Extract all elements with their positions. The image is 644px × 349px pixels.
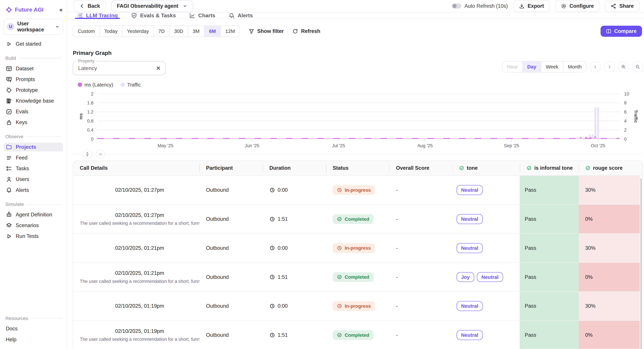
tab-alerts[interactable]: Alerts xyxy=(228,13,253,19)
chart-icon xyxy=(189,13,196,19)
next-period-button[interactable] xyxy=(604,62,615,72)
informal-tone-cell: Pass xyxy=(520,176,578,204)
legend-ms-latency[interactable]: ms (Latency) xyxy=(78,82,113,88)
granularity-hour[interactable]: Hour xyxy=(502,62,522,72)
range-7d[interactable]: 7D xyxy=(154,26,170,37)
table-row[interactable]: 02/10/2025, 01:27pmOutbound0:00In-progre… xyxy=(73,176,642,205)
table-row[interactable]: 02/10/2025, 01:19pmThe user called seeki… xyxy=(73,321,642,349)
status-cell: Completed xyxy=(326,321,390,349)
table-row[interactable]: 02/10/2025, 01:21pmOutbound0:00In-progre… xyxy=(73,234,642,263)
bell-icon xyxy=(6,187,12,193)
range-custom[interactable]: Custom xyxy=(73,26,100,37)
prev-period-button[interactable] xyxy=(590,62,600,72)
collapse-chart-button[interactable] xyxy=(83,150,92,159)
sidebar-item-feed[interactable]: Feed xyxy=(4,153,63,162)
show-filter-button[interactable]: Show filter xyxy=(248,28,284,34)
granularity-week[interactable]: Week xyxy=(541,62,563,72)
table-row[interactable]: 02/10/2025, 01:19pmOutbound0:00In-progre… xyxy=(73,292,642,321)
table-row[interactable]: 02/10/2025, 01:21pmThe user called seeki… xyxy=(73,263,642,292)
call-details-cell[interactable]: 02/10/2025, 01:19pm xyxy=(73,292,200,320)
column-header-is-informal-tone[interactable]: is informal tone xyxy=(520,161,578,175)
sidebar-item-knowledge-base[interactable]: Knowledge base xyxy=(4,97,63,105)
column-header-rouge-score[interactable]: rouge score xyxy=(578,161,640,175)
drag-handle-button[interactable] xyxy=(96,150,105,159)
call-details-cell[interactable]: 02/10/2025, 01:21pm xyxy=(73,234,200,262)
share-button[interactable]: Share xyxy=(605,0,640,12)
zoom-out-button[interactable] xyxy=(632,62,643,72)
sidebar-item-keys[interactable]: Keys xyxy=(4,118,63,127)
sidebar-item-prototype[interactable]: Prototype xyxy=(4,86,63,95)
chevron-left-icon xyxy=(593,65,598,70)
zoom-in-button[interactable] xyxy=(618,62,629,72)
export-button[interactable]: Export xyxy=(513,0,550,12)
sidebar-item-alerts[interactable]: Alerts xyxy=(4,186,63,195)
legend-traffic[interactable]: Traffic xyxy=(120,82,141,88)
sidebar-item-run-tests[interactable]: Run Tests xyxy=(4,232,63,241)
column-header-tone[interactable]: tone xyxy=(452,161,520,175)
table-scrollbar[interactable] xyxy=(640,178,642,349)
tab-llm-tracing[interactable]: LLM Tracing xyxy=(77,13,118,19)
zoom-out-icon xyxy=(635,64,640,70)
chevron-down-icon xyxy=(55,24,60,29)
sidebar-item-agent-definition[interactable]: Agent Definition xyxy=(4,210,63,219)
tone-chip[interactable]: Neutral xyxy=(456,214,483,224)
tone-chip[interactable]: Joy xyxy=(456,272,474,282)
collapse-sidebar-icon[interactable]: « xyxy=(59,6,62,13)
range-yesterday[interactable]: Yesterday xyxy=(122,26,154,37)
property-field[interactable]: Property Latency xyxy=(73,61,166,75)
range-6m[interactable]: 6M xyxy=(204,26,221,37)
svg-text:1.6: 1.6 xyxy=(87,100,94,105)
tone-chip[interactable]: Neutral xyxy=(477,272,503,282)
auto-refresh-label: Auto Refresh (10s) xyxy=(464,3,508,9)
tone-chip[interactable]: Neutral xyxy=(456,243,483,253)
sidebar-item-help[interactable]: Help xyxy=(4,335,63,344)
sidebar-item-scenarios[interactable]: Scenarios xyxy=(4,221,63,230)
granularity-month[interactable]: Month xyxy=(563,62,586,72)
column-header-duration[interactable]: Duration xyxy=(263,161,326,175)
range-30d[interactable]: 30D xyxy=(170,26,188,37)
column-header-call-details[interactable]: Call Details xyxy=(73,161,200,175)
tone-chip[interactable]: Neutral xyxy=(456,301,483,311)
sidebar-item-evals[interactable]: Evals xyxy=(4,107,63,116)
sidebar-item-users[interactable]: Users xyxy=(4,175,63,184)
auto-refresh-toggle[interactable] xyxy=(452,4,461,9)
tone-chip[interactable]: Neutral xyxy=(456,185,483,195)
workspace-switcher[interactable]: U User workspace xyxy=(4,19,63,35)
configure-button[interactable]: Configure xyxy=(555,0,600,12)
duration-cell: 1:51 xyxy=(263,205,326,233)
tab-charts[interactable]: Charts xyxy=(189,13,216,19)
sidebar-item-tasks[interactable]: Tasks xyxy=(4,164,63,173)
overall-score-cell: - xyxy=(390,176,452,204)
column-header-participant[interactable]: Participant xyxy=(200,161,263,175)
range-today[interactable]: Today xyxy=(100,26,122,37)
call-details-cell[interactable]: 02/10/2025, 01:21pmThe user called seeki… xyxy=(73,263,200,291)
status-cell: In-progress xyxy=(326,234,390,262)
call-details-cell[interactable]: 02/10/2025, 01:27pmThe user called seeki… xyxy=(73,205,200,233)
sidebar-item-prompts[interactable]: Prompts xyxy=(4,75,63,84)
compare-button[interactable]: Compare xyxy=(600,26,642,37)
informal-tone-cell: Pass xyxy=(520,263,578,291)
agent-select[interactable]: FAGI Observability agent xyxy=(111,0,193,12)
duration-cell: 0:00 xyxy=(263,176,326,204)
call-details-cell[interactable]: 02/10/2025, 01:27pm xyxy=(73,176,200,204)
tone-chip[interactable]: Neutral xyxy=(456,330,483,340)
granularity-day[interactable]: Day xyxy=(523,62,541,72)
refresh-button[interactable]: Refresh xyxy=(292,28,320,34)
clock-icon xyxy=(337,245,342,251)
sidebar-item-projects[interactable]: Projects xyxy=(4,143,63,151)
sidebar-item-docs[interactable]: Docs xyxy=(4,324,63,333)
sidebar-item-get-started[interactable]: Get started xyxy=(4,40,63,48)
chevron-down-icon xyxy=(182,4,188,9)
range-12m[interactable]: 12M xyxy=(221,26,240,37)
range-3m[interactable]: 3M xyxy=(188,26,204,37)
sidebar-item-dataset[interactable]: Dataset xyxy=(4,64,63,73)
latency-traffic-chart[interactable]: 2101.681.260.840.4200May '25Jun '25Jul '… xyxy=(73,91,643,159)
table-row[interactable]: 02/10/2025, 01:27pmThe user called seeki… xyxy=(73,205,642,234)
chevron-right-icon xyxy=(607,65,612,70)
back-button[interactable]: Back xyxy=(74,0,106,12)
column-header-status[interactable]: Status xyxy=(326,161,390,175)
tab-evals-tasks[interactable]: Evals & Tasks xyxy=(131,13,176,19)
clear-property-icon[interactable] xyxy=(156,66,161,71)
column-header-overall-score[interactable]: Overall Score xyxy=(390,161,452,175)
call-details-cell[interactable]: 02/10/2025, 01:19pmThe user called seeki… xyxy=(73,321,200,349)
